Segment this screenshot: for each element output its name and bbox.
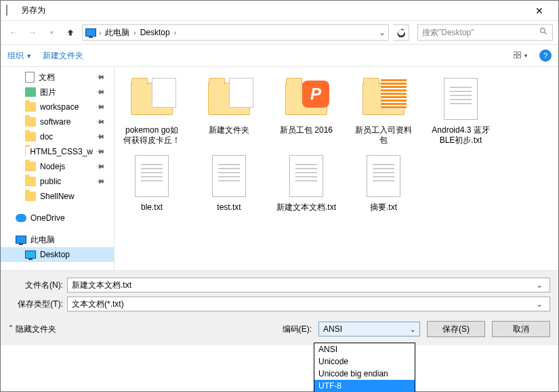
help-icon[interactable]: ? xyxy=(539,49,552,62)
sidebar-item-label: ShellNew xyxy=(40,192,75,201)
file-item[interactable]: 新员工包 2016 xyxy=(276,75,337,146)
encoding-option[interactable]: Unicode big endian xyxy=(314,368,415,380)
file-label: Android4.3 蓝牙BLE初步.txt xyxy=(430,125,491,146)
new-folder-button[interactable]: 新建文件夹 xyxy=(43,50,83,62)
folder-icon xyxy=(131,83,173,115)
sidebar-onedrive[interactable]: OneDrive xyxy=(1,211,114,225)
folder-icon xyxy=(25,192,36,201)
text-file-icon xyxy=(289,155,323,197)
filetype-select[interactable]: 文本文档(*.txt) ⌄ xyxy=(67,297,550,311)
file-pane[interactable]: pokemon go如何获得皮卡丘！新建文件夹新员工包 2016新员工入司资料包… xyxy=(115,67,558,270)
encoding-option[interactable]: Unicode xyxy=(314,355,415,368)
folder-icon xyxy=(25,162,36,171)
file-item[interactable]: 新员工入司资料包 xyxy=(353,75,414,146)
sidebar-item-label: 图片 xyxy=(40,87,56,98)
sidebar-this-pc[interactable]: 此电脑 xyxy=(1,232,114,247)
desktop-icon xyxy=(25,251,36,259)
encoding-option[interactable]: UTF-8 xyxy=(314,380,415,392)
pin-icon: 📌 xyxy=(96,117,106,127)
chevron-down-icon: ⌄ xyxy=(410,326,415,333)
folder-icon xyxy=(25,117,36,127)
toolbar: 组织 ▼ 新建文件夹 ▼ ? xyxy=(1,44,558,67)
chevron-up-icon: ˄ xyxy=(9,324,13,334)
titlebar: 另存为 ✕ xyxy=(1,1,558,21)
view-icon[interactable]: ▼ xyxy=(514,48,529,63)
refresh-button[interactable] xyxy=(393,24,409,41)
sidebar-item[interactable]: 文档📌 xyxy=(1,70,114,85)
pin-icon: 📌 xyxy=(96,72,106,83)
filename-input[interactable]: 新建文本文档.txt ⌄ xyxy=(67,278,550,292)
file-item[interactable]: 新建文本文档.txt xyxy=(276,152,337,213)
pin-icon: 📌 xyxy=(96,132,106,142)
close-icon[interactable]: ✕ xyxy=(526,5,553,16)
search-input[interactable]: 搜索"Desktop" xyxy=(417,24,553,41)
text-file-icon xyxy=(444,78,478,120)
sidebar-item-label: workspace xyxy=(40,102,79,112)
folder-icon xyxy=(363,83,405,115)
save-as-dialog: 另存为 ✕ ← → ▾ › 此电脑 › Desktop › ⌄ 搜索"Deskt… xyxy=(0,0,559,392)
chevron-down-icon[interactable]: ⌄ xyxy=(533,299,545,309)
folder-icon xyxy=(208,83,250,115)
file-label: 新建文件夹 xyxy=(209,125,249,135)
sidebar-item[interactable]: public📌 xyxy=(1,174,114,189)
sidebar-item-label: doc xyxy=(40,132,53,141)
sidebar-item[interactable]: ShellNew xyxy=(1,189,114,204)
notepad-icon xyxy=(6,5,17,16)
chevron-right-icon[interactable]: › xyxy=(99,29,101,37)
breadcrumb-root[interactable]: 此电脑 xyxy=(104,27,131,39)
text-file-icon xyxy=(367,155,400,197)
file-label: 新员工入司资料包 xyxy=(353,125,414,146)
file-item[interactable]: Android4.3 蓝牙BLE初步.txt xyxy=(430,75,491,146)
sidebar-item[interactable]: workspace📌 xyxy=(1,100,114,114)
this-pc-icon xyxy=(16,236,26,244)
hide-folders-button[interactable]: ˄ 隐藏文件夹 xyxy=(9,324,56,335)
sidebar-desktop[interactable]: Desktop xyxy=(1,247,114,262)
encoding-option[interactable]: ANSI xyxy=(314,343,415,355)
folder-icon xyxy=(25,177,36,186)
sidebar-item[interactable]: doc📌 xyxy=(1,129,114,144)
file-label: 新建文本文档.txt xyxy=(276,202,336,213)
chevron-down-icon[interactable]: ⌄ xyxy=(533,280,545,290)
recent-icon[interactable]: ▾ xyxy=(44,25,59,40)
encoding-dropdown[interactable]: ANSIUnicodeUnicode big endianUTF-8 xyxy=(314,343,415,392)
file-item[interactable]: ble.txt xyxy=(121,152,182,213)
file-item[interactable]: test.txt xyxy=(199,152,260,213)
folder-icon xyxy=(25,132,36,141)
up-icon[interactable] xyxy=(63,25,78,40)
back-icon[interactable]: ← xyxy=(6,25,21,40)
file-label: pokemon go如何获得皮卡丘！ xyxy=(121,125,182,146)
sidebar-item[interactable]: 图片📌 xyxy=(1,85,114,100)
address-bar[interactable]: › 此电脑 › Desktop › ⌄ xyxy=(82,24,389,41)
chevron-right-icon[interactable]: › xyxy=(133,29,136,37)
file-item[interactable]: 新建文件夹 xyxy=(199,75,260,146)
sidebar-item-label: Nodejs xyxy=(40,162,65,171)
filename-label: 文件名(N): xyxy=(9,280,63,291)
search-placeholder: 搜索"Desktop" xyxy=(422,27,474,39)
sidebar-item-label: 文档 xyxy=(39,72,55,83)
file-item[interactable]: 摘要.txt xyxy=(353,152,414,213)
window-title: 另存为 xyxy=(21,5,526,16)
chevron-right-icon[interactable]: › xyxy=(174,29,176,37)
sidebar-item-label: OneDrive xyxy=(30,213,65,223)
onedrive-icon xyxy=(16,214,26,222)
sidebar-item[interactable]: software📌 xyxy=(1,114,114,129)
breadcrumb-leaf[interactable]: Desktop xyxy=(139,28,171,37)
svg-rect-2 xyxy=(514,52,517,55)
sidebar-item[interactable]: HTML5_CSS3_w📌 xyxy=(1,144,114,159)
save-button[interactable]: 保存(S) xyxy=(427,321,485,337)
sidebar-item-label: public xyxy=(40,177,61,186)
svg-rect-4 xyxy=(514,56,517,58)
encoding-select[interactable]: ANSI ⌄ xyxy=(318,322,420,336)
filetype-label: 保存类型(T): xyxy=(9,299,63,310)
this-pc-icon xyxy=(85,28,96,37)
file-label: 新员工包 2016 xyxy=(280,125,333,135)
file-item[interactable]: pokemon go如何获得皮卡丘！ xyxy=(121,75,182,146)
sidebar-item-label: HTML5_CSS3_w xyxy=(30,147,93,156)
chevron-down-icon[interactable]: ⌄ xyxy=(379,28,386,37)
cancel-button[interactable]: 取消 xyxy=(492,321,550,337)
svg-line-1 xyxy=(544,32,546,34)
encoding-label: 编码(E): xyxy=(283,324,312,335)
sidebar-item[interactable]: Nodejs📌 xyxy=(1,159,114,174)
text-file-icon xyxy=(212,155,246,197)
organize-button[interactable]: 组织 ▼ xyxy=(7,50,32,62)
